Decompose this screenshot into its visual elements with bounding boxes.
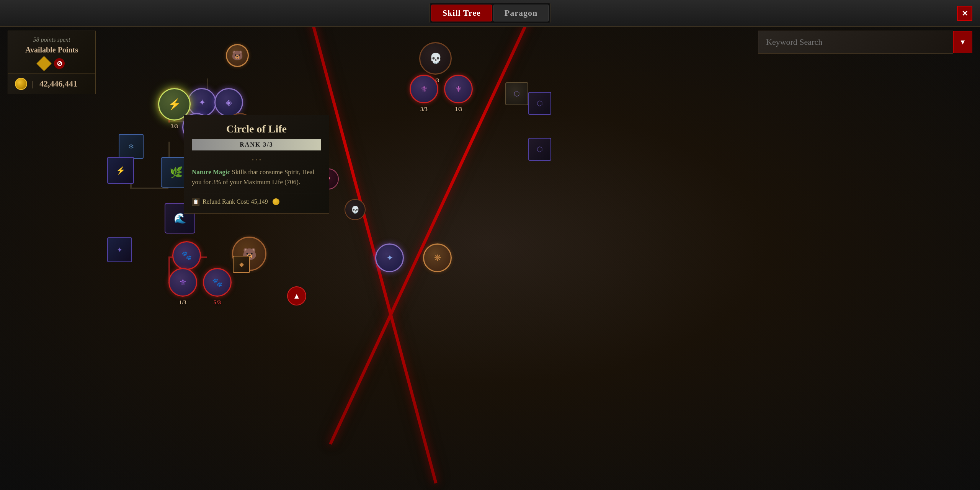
no-icon: ⊘ xyxy=(54,58,65,69)
cost-icon: 📋 xyxy=(192,198,199,206)
gold-panel: | 42,446,441 xyxy=(8,74,96,94)
gold-divider: | xyxy=(32,80,33,88)
top-navigation-bar: Skill Tree Paragon ✕ xyxy=(0,0,980,27)
node-top-brown[interactable]: 🐻 xyxy=(226,44,249,67)
node-square-right[interactable]: ⬡ xyxy=(505,82,528,105)
search-dropdown-button[interactable]: ▼ xyxy=(953,31,972,53)
node-rank-13-2: 1/3 xyxy=(455,106,462,113)
gold-coin-icon xyxy=(15,78,27,90)
node-square-blue-left[interactable]: ❄ xyxy=(119,134,144,159)
node-rank-33-2: 3/3 xyxy=(420,106,428,113)
stone-texture xyxy=(0,0,980,490)
search-panel: ▼ xyxy=(758,31,972,54)
points-panel: 58 points spent Available Points ⊘ xyxy=(8,31,96,75)
tab-container: Skill Tree Paragon xyxy=(430,3,550,23)
scroll-up-button[interactable]: ▲ xyxy=(287,286,306,305)
rank-text: RANK 3/3 xyxy=(240,141,273,148)
node-square-far-right-1[interactable]: ⬡ xyxy=(528,92,551,115)
node-purple-bottom-1[interactable]: 🐾 5/3 xyxy=(172,241,201,270)
node-purple-bottom-3[interactable]: 🐾 5/3 xyxy=(203,268,232,297)
connector-h3 xyxy=(130,188,168,189)
node-rank-33-1: 3/3 xyxy=(171,123,178,130)
dropdown-arrow-icon: ▼ xyxy=(959,38,966,46)
tooltip-divider: • • • xyxy=(192,157,321,163)
node-upper-right-1[interactable]: ◈ xyxy=(214,88,243,117)
points-icons-row: ⊘ xyxy=(15,58,88,69)
rank-bar: RANK 3/3 xyxy=(192,139,321,150)
node-blue-upper[interactable]: ✦ xyxy=(188,88,216,117)
tooltip-description: Nature Magic Skills that consume Spirit,… xyxy=(192,167,321,187)
node-skull-top[interactable]: 💀 1/3 xyxy=(419,42,452,75)
skill-tree-tab[interactable]: Skill Tree xyxy=(431,5,492,21)
node-gold-bottom[interactable]: ❋ xyxy=(423,243,452,272)
gold-amount: 42,446,441 xyxy=(39,79,77,89)
tooltip-title: Circle of Life xyxy=(192,123,321,135)
diamond-icon xyxy=(36,56,52,71)
search-container: ▼ xyxy=(758,31,972,54)
node-square-bottom-left[interactable]: ✦ xyxy=(107,237,132,262)
node-square-far-right-2[interactable]: ⬡ xyxy=(528,138,551,161)
tooltip-gold-icon xyxy=(273,198,279,205)
node-purple-bottom-2[interactable]: ⚜ 1/3 xyxy=(168,268,197,297)
node-star-bottom[interactable]: ✦ xyxy=(375,243,404,272)
node-square-passive-mid[interactable]: ⚡ xyxy=(107,157,134,184)
node-purple-right-1[interactable]: ⚜ 3/3 xyxy=(410,75,438,103)
nature-magic-keyword: Nature Magic xyxy=(192,168,230,176)
node-gold-small-corner[interactable]: ◆ xyxy=(233,256,250,273)
node-rank-13-3: 1/3 xyxy=(179,299,186,306)
points-spent-label: 58 points spent xyxy=(15,36,88,43)
skill-tooltip-popup: Circle of Life RANK 3/3 • • • Nature Mag… xyxy=(184,115,329,214)
tooltip-refund-label: Refund Rank Cost: 45,149 xyxy=(203,198,268,205)
node-purple-right-2[interactable]: ⚜ 1/3 xyxy=(444,75,473,103)
node-skull-passive[interactable]: 💀 xyxy=(345,199,366,220)
keyword-search-input[interactable] xyxy=(758,31,953,54)
tooltip-cost-row: 📋 Refund Rank Cost: 45,149 xyxy=(192,193,321,206)
paragon-tab[interactable]: Paragon xyxy=(493,5,549,21)
node-rank-53-2: 5/3 xyxy=(214,299,221,306)
available-points-label: Available Points xyxy=(15,46,88,54)
close-button[interactable]: ✕ xyxy=(957,6,972,21)
